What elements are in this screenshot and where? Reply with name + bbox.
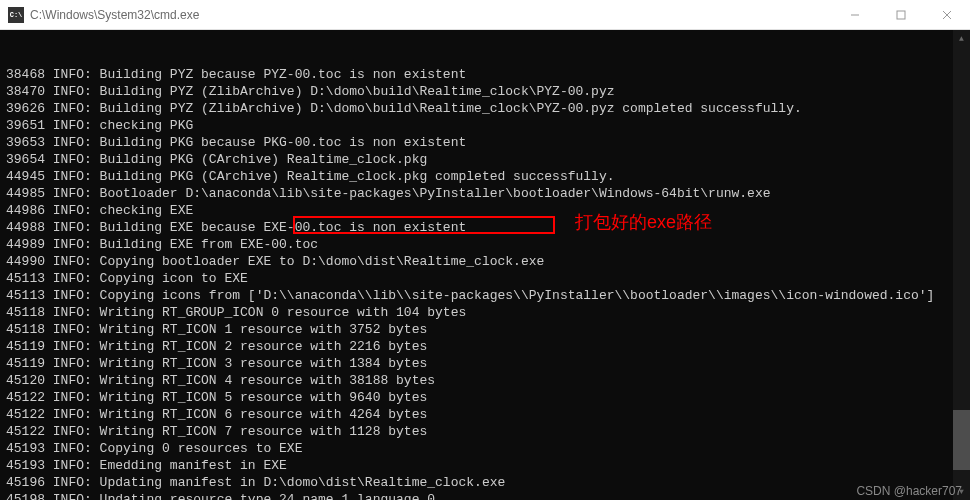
maximize-button[interactable] xyxy=(878,0,924,30)
terminal-line: 38468 INFO: Building PYZ because PYZ-00.… xyxy=(6,66,964,83)
terminal-line: 39654 INFO: Building PKG (CArchive) Real… xyxy=(6,151,964,168)
terminal-line: 45122 INFO: Writing RT_ICON 6 resource w… xyxy=(6,406,964,423)
close-button[interactable] xyxy=(924,0,970,30)
terminal-line: 45193 INFO: Emedding manifest in EXE xyxy=(6,457,964,474)
terminal-line: 44988 INFO: Building EXE because EXE-00.… xyxy=(6,219,964,236)
terminal-line: 44945 INFO: Building PKG (CArchive) Real… xyxy=(6,168,964,185)
terminal-line: 45118 INFO: Writing RT_ICON 1 resource w… xyxy=(6,321,964,338)
terminal-output[interactable]: 38468 INFO: Building PYZ because PYZ-00.… xyxy=(0,30,970,500)
minimize-button[interactable] xyxy=(832,0,878,30)
watermark-text: CSDN @hacker707 xyxy=(856,484,962,498)
terminal-line: 44989 INFO: Building EXE from EXE-00.toc xyxy=(6,236,964,253)
terminal-line: 44986 INFO: checking EXE xyxy=(6,202,964,219)
terminal-line: 45113 INFO: Copying icons from ['D:\\ana… xyxy=(6,287,964,304)
terminal-line: 45118 INFO: Writing RT_GROUP_ICON 0 reso… xyxy=(6,304,964,321)
terminal-line: 45122 INFO: Writing RT_ICON 7 resource w… xyxy=(6,423,964,440)
terminal-line: 45119 INFO: Writing RT_ICON 3 resource w… xyxy=(6,355,964,372)
terminal-line: 45196 INFO: Updating manifest in D:\domo… xyxy=(6,474,964,491)
svg-rect-1 xyxy=(897,11,905,19)
window-titlebar: C:\ C:\Windows\System32\cmd.exe xyxy=(0,0,970,30)
terminal-line: 45119 INFO: Writing RT_ICON 2 resource w… xyxy=(6,338,964,355)
terminal-line: 45113 INFO: Copying icon to EXE xyxy=(6,270,964,287)
terminal-line: 39653 INFO: Building PKG because PKG-00.… xyxy=(6,134,964,151)
terminal-line: 39651 INFO: checking PKG xyxy=(6,117,964,134)
terminal-line: 45122 INFO: Writing RT_ICON 5 resource w… xyxy=(6,389,964,406)
terminal-line: 45198 INFO: Updating resource type 24 na… xyxy=(6,491,964,500)
terminal-line: 44990 INFO: Copying bootloader EXE to D:… xyxy=(6,253,964,270)
terminal-line: 39626 INFO: Building PYZ (ZlibArchive) D… xyxy=(6,100,964,117)
scrollbar-up-button[interactable]: ▲ xyxy=(953,30,970,47)
cmd-icon: C:\ xyxy=(8,7,24,23)
terminal-line: 38470 INFO: Building PYZ (ZlibArchive) D… xyxy=(6,83,964,100)
vertical-scrollbar[interactable]: ▲ ▼ xyxy=(953,30,970,500)
window-controls xyxy=(832,0,970,29)
window-title: C:\Windows\System32\cmd.exe xyxy=(30,8,832,22)
terminal-line: 45193 INFO: Copying 0 resources to EXE xyxy=(6,440,964,457)
terminal-line: 45120 INFO: Writing RT_ICON 4 resource w… xyxy=(6,372,964,389)
scrollbar-thumb[interactable] xyxy=(953,410,970,470)
cmd-icon-text: C:\ xyxy=(10,11,23,19)
terminal-line: 44985 INFO: Bootloader D:\anaconda\lib\s… xyxy=(6,185,964,202)
